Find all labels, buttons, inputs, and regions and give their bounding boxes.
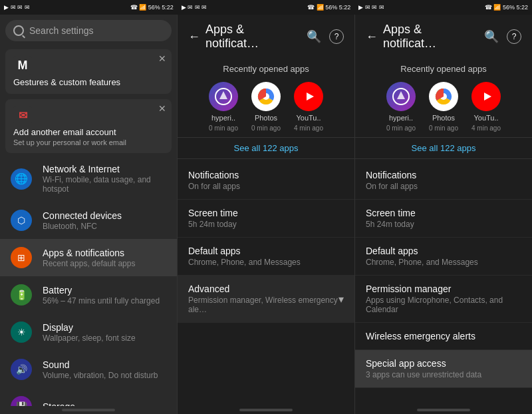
bottom-nav-bar-middle bbox=[239, 409, 293, 411]
photos-svg-r bbox=[432, 85, 456, 108]
search-input-placeholder[interactable]: Search settings bbox=[29, 25, 94, 36]
youtube-time-middle: 4 min ago bbox=[294, 124, 323, 132]
connected-subtitle: Bluetooth, NFC bbox=[43, 222, 166, 231]
notif-title-right: Notifications bbox=[366, 170, 521, 180]
recent-label-middle: Recently opened apps bbox=[178, 59, 354, 77]
svg-marker-1 bbox=[219, 91, 227, 99]
hyper-svg-r bbox=[392, 87, 410, 106]
sound-title: Sound bbox=[43, 359, 166, 370]
settings-item-connected[interactable]: ⬡ Connected devices Bluetooth, NFC bbox=[0, 202, 177, 239]
settings-item-sound[interactable]: 🔊 Sound Volume, vibration, Do not distur… bbox=[0, 351, 177, 388]
advanced-title-mid: Advanced bbox=[188, 284, 338, 294]
screentime-subtitle-mid: 5h 24m today bbox=[188, 220, 344, 229]
search-bar[interactable]: Search settings bbox=[5, 20, 172, 41]
photos-name-right: Photos bbox=[432, 114, 455, 122]
notif-subtitle-right: On for all apps bbox=[366, 182, 521, 191]
notif-setting-subtitle-mid: On for all apps bbox=[188, 182, 344, 191]
apps-setting-wireless-right[interactable]: Wireless emergency alerts bbox=[355, 323, 532, 350]
photos-name-middle: Photos bbox=[255, 114, 277, 122]
apps-subtitle: Recent apps, default apps bbox=[43, 259, 166, 268]
motorola-icon: M bbox=[13, 56, 32, 75]
see-all-right[interactable]: See all 122 apps bbox=[355, 137, 532, 159]
apps-icon: ⊞ bbox=[11, 247, 32, 268]
photos-icon-right bbox=[429, 82, 458, 111]
battery-subtitle: 56% – 47 mins until fully charged bbox=[43, 296, 166, 306]
app-item-photos-middle[interactable]: Photos 0 min ago bbox=[251, 82, 281, 132]
apps-setting-screentime-right[interactable]: Screen time 5h 24m today bbox=[355, 200, 532, 238]
motorola-notif-card[interactable]: ✕ M Gestures & custom features bbox=[5, 49, 172, 94]
apps-setting-advanced-middle[interactable]: Advanced Permission manager, Wireless em… bbox=[178, 276, 354, 323]
apps-setting-notifications-right[interactable]: Notifications On for all apps bbox=[355, 162, 532, 200]
wireless-title-right: Wireless emergency alerts bbox=[366, 331, 521, 341]
status-bar-left: ▶ ✉ ✉ ✉ ☎ 📶 56% 5:22 bbox=[0, 0, 178, 15]
hyper-svg bbox=[214, 87, 233, 106]
settings-item-display[interactable]: ☀ Display Wallpaper, sleep, font size bbox=[0, 313, 177, 351]
network-title: Network & Internet bbox=[43, 164, 166, 174]
back-button-right[interactable]: ← bbox=[366, 30, 378, 44]
apps-setting-defaultapps-right[interactable]: Default apps Chrome, Phone, and Messages bbox=[355, 238, 532, 276]
apps-setting-screentime-middle[interactable]: Screen time 5h 24m today bbox=[178, 200, 354, 238]
status-icons-right: ▶ ✉ ✉ ✉ bbox=[358, 4, 384, 11]
motorola-notif-close[interactable]: ✕ bbox=[158, 53, 166, 64]
apps-setting-defaultapps-middle[interactable]: Default apps Chrome, Phone, and Messages bbox=[178, 238, 354, 276]
youtube-icon-middle bbox=[294, 82, 323, 111]
youtube-name-right: YouTu.. bbox=[473, 114, 498, 122]
settings-item-storage[interactable]: 💾 Storage bbox=[0, 388, 177, 406]
apps-panel-middle: ← Apps & notificat… 🔍 ? Recently opened … bbox=[178, 15, 355, 414]
apps-setting-notifications-middle[interactable]: Notifications On for all apps bbox=[178, 162, 354, 200]
hyper-icon-right bbox=[386, 82, 416, 111]
apps-settings-scroll-right: Notifications On for all apps Screen tim… bbox=[355, 162, 532, 406]
gmail-notif-close[interactable]: ✕ bbox=[158, 103, 166, 114]
youtube-svg bbox=[299, 90, 318, 103]
notif-setting-title-mid: Notifications bbox=[188, 170, 344, 180]
settings-item-battery[interactable]: 🔋 Battery 56% – 47 mins until fully char… bbox=[0, 276, 177, 313]
search-icon-right[interactable]: 🔍 bbox=[481, 27, 501, 47]
recent-label-right: Recently opened apps bbox=[355, 59, 532, 77]
photos-icon-middle bbox=[251, 82, 281, 111]
connected-title: Connected devices bbox=[43, 210, 166, 221]
app-item-youtube-right[interactable]: YouTu.. 4 min ago bbox=[471, 82, 501, 132]
help-icon-right[interactable]: ? bbox=[507, 29, 521, 44]
gmail-notif-card[interactable]: ✕ ✉ Add another email account Set up you… bbox=[5, 99, 172, 153]
status-bar-middle: ▶ ✉ ✉ ✉ ☎ 📶 56% 5:22 bbox=[178, 0, 355, 15]
bottom-nav-bar-left bbox=[62, 409, 115, 411]
photos-time-middle: 0 min ago bbox=[251, 124, 281, 132]
hyper-time-right: 0 min ago bbox=[386, 124, 416, 132]
status-icons-mid: ▶ ✉ ✉ ✉ bbox=[182, 4, 207, 11]
back-button-middle[interactable]: ← bbox=[188, 30, 200, 44]
apps-setting-permission-right[interactable]: Permission manager Apps using Microphone… bbox=[355, 276, 532, 323]
apps-setting-special-right[interactable]: Special app access 3 apps can use unrest… bbox=[355, 350, 532, 388]
app-item-youtube-middle[interactable]: YouTu.. 4 min ago bbox=[294, 82, 323, 132]
youtube-icon-right bbox=[471, 82, 501, 111]
screentime-subtitle-right: 5h 24m today bbox=[366, 220, 521, 229]
screentime-title-mid: Screen time bbox=[188, 208, 344, 218]
app-item-photos-right[interactable]: Photos 0 min ago bbox=[429, 82, 458, 132]
youtube-time-right: 4 min ago bbox=[471, 124, 501, 132]
display-title: Display bbox=[43, 322, 166, 333]
search-icon-middle[interactable]: 🔍 bbox=[304, 27, 324, 47]
search-icon bbox=[13, 25, 24, 36]
settings-item-network[interactable]: 🌐 Network & Internet Wi-Fi, mobile, data… bbox=[0, 156, 177, 202]
help-icon-middle[interactable]: ? bbox=[329, 29, 344, 44]
storage-title: Storage bbox=[43, 401, 166, 407]
battery-icon: 🔋 bbox=[11, 284, 32, 306]
photos-time-right: 0 min ago bbox=[429, 124, 458, 132]
settings-panel: Search settings ✕ M Gestures & custom fe… bbox=[0, 15, 178, 414]
permission-title-right: Permission manager bbox=[366, 284, 521, 294]
network-text: Network & Internet Wi-Fi, mobile, data u… bbox=[43, 164, 166, 194]
screentime-title-right: Screen time bbox=[366, 208, 521, 218]
apps-title: Apps & notifications bbox=[43, 248, 166, 258]
app-item-hyper-right[interactable]: hyperi.. 0 min ago bbox=[386, 82, 416, 132]
settings-item-apps[interactable]: ⊞ Apps & notifications Recent apps, defa… bbox=[0, 239, 177, 276]
connected-text: Connected devices Bluetooth, NFC bbox=[43, 210, 166, 231]
advanced-subtitle-mid: Permission manager, Wireless emergency a… bbox=[188, 296, 338, 314]
connected-icon: ⬡ bbox=[11, 210, 32, 231]
svg-marker-7 bbox=[484, 93, 491, 101]
see-all-middle[interactable]: See all 122 apps bbox=[178, 137, 354, 159]
app-item-hyper-middle[interactable]: hyperi.. 0 min ago bbox=[209, 82, 238, 132]
network-icon: 🌐 bbox=[11, 168, 32, 190]
status-info-left: ☎ 📶 56% 5:22 bbox=[130, 4, 174, 11]
sound-text: Sound Volume, vibration, Do not disturb bbox=[43, 359, 166, 380]
storage-text: Storage bbox=[43, 401, 166, 407]
permission-subtitle-right: Apps using Microphone, Contacts, and Cal… bbox=[366, 296, 521, 314]
